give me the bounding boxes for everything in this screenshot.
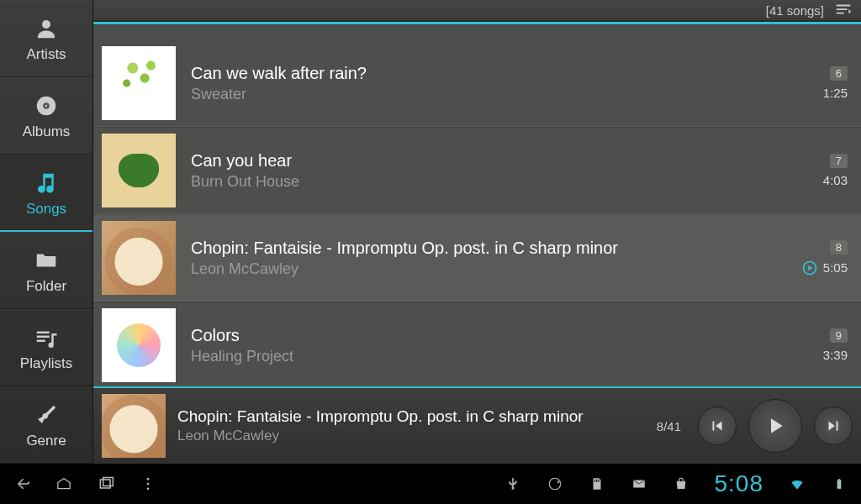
song-count-label: [41 songs] <box>766 3 824 18</box>
song-duration: 5:05 <box>823 260 848 275</box>
album-art <box>102 221 176 295</box>
playlist-icon <box>32 323 61 352</box>
song-duration: 4:03 <box>823 173 848 187</box>
song-artist: Sweater <box>191 86 808 103</box>
song-artist: Healing Project <box>191 348 808 365</box>
list-item[interactable] <box>93 24 861 39</box>
song-artist: Leon McCawley <box>191 260 786 278</box>
sidebar-item-artists[interactable]: Artists <box>0 0 92 77</box>
svg-rect-13 <box>598 480 599 482</box>
track-number-badge: 9 <box>830 328 848 343</box>
list-item[interactable]: Can we walk after rain? Sweater 6 1:25 <box>93 39 861 127</box>
play-icon <box>763 413 788 438</box>
svg-rect-6 <box>103 478 114 486</box>
previous-button[interactable] <box>698 407 737 445</box>
system-navbar: 5:08 <box>0 464 861 504</box>
battery-charging-icon <box>831 475 848 492</box>
store-icon <box>673 475 689 492</box>
status-clock: 5:08 <box>715 470 764 497</box>
wifi-icon <box>789 475 806 492</box>
list-topbar: [41 songs] <box>93 0 861 22</box>
usb-icon <box>504 475 521 492</box>
list-item[interactable]: Chopin: Fantaisie - Impromptu Op. post. … <box>93 214 861 302</box>
person-icon <box>32 14 61 43</box>
list-item[interactable]: Colors Healing Project 9 3:39 <box>93 302 861 386</box>
list-item[interactable]: Can you hear Burn Out House 7 4:03 <box>93 127 861 214</box>
sidebar-item-songs[interactable]: Songs <box>0 155 92 232</box>
svg-point-10 <box>549 478 561 490</box>
svg-rect-16 <box>838 479 840 480</box>
guitar-icon <box>32 401 61 429</box>
mail-icon <box>631 475 647 492</box>
track-number-badge: 7 <box>830 154 848 168</box>
sidebar-item-label: Playlists <box>20 355 72 372</box>
home-button[interactable] <box>55 475 72 492</box>
menu-lines-icon <box>834 1 853 19</box>
song-title: Can you hear <box>191 151 808 171</box>
sidebar-item-genre[interactable]: Genre <box>0 386 92 464</box>
svg-rect-5 <box>100 480 110 488</box>
song-list[interactable]: Can we walk after rain? Sweater 6 1:25 C… <box>93 24 861 386</box>
track-number-badge: 8 <box>830 240 848 255</box>
svg-point-3 <box>45 105 48 108</box>
song-duration: 1:25 <box>823 86 848 100</box>
sort-menu-button[interactable] <box>832 2 854 18</box>
sd-card-icon <box>589 475 605 492</box>
song-title: Chopin: Fantaisie - Impromptu Op. post. … <box>191 239 786 258</box>
album-art <box>102 134 176 207</box>
track-number-badge: 6 <box>830 66 848 81</box>
now-playing-artist: Leon McCawley <box>177 428 640 444</box>
song-artist: Burn Out House <box>191 173 808 191</box>
song-duration: 3:39 <box>823 348 848 362</box>
overflow-menu-button[interactable] <box>140 475 156 492</box>
sidebar-item-label: Albums <box>23 123 71 140</box>
sidebar-item-label: Artists <box>26 46 66 63</box>
svg-point-0 <box>42 20 50 29</box>
svg-point-8 <box>147 483 150 486</box>
svg-rect-12 <box>596 480 597 482</box>
svg-point-9 <box>147 488 150 491</box>
sidebar: Artists Albums Songs Folder Playlists <box>0 0 93 464</box>
now-playing-icon <box>801 260 818 276</box>
svg-point-7 <box>147 478 150 480</box>
now-playing-title: Chopin: Fantaisie - Impromptu Op. post. … <box>177 407 640 426</box>
main-content: [41 songs] Can we walk after rain? Sweat… <box>93 0 861 464</box>
sidebar-item-label: Songs <box>26 201 66 218</box>
sidebar-item-label: Folder <box>26 278 66 295</box>
now-playing-bar[interactable]: Chopin: Fantaisie - Impromptu Op. post. … <box>93 386 861 464</box>
sidebar-item-albums[interactable]: Albums <box>0 77 92 155</box>
back-button[interactable] <box>13 475 30 492</box>
skip-previous-icon <box>708 417 726 435</box>
sidebar-item-label: Genre <box>26 433 66 449</box>
sync-icon <box>547 475 563 492</box>
svg-rect-11 <box>594 480 595 482</box>
next-button[interactable] <box>814 407 853 445</box>
skip-next-icon <box>824 417 843 435</box>
song-title: Colors <box>191 326 808 345</box>
music-note-icon <box>32 169 61 197</box>
album-art <box>102 308 176 382</box>
play-button[interactable] <box>748 399 802 453</box>
recent-apps-button[interactable] <box>98 475 114 492</box>
queue-position: 8/41 <box>657 419 681 433</box>
now-playing-art <box>102 394 166 458</box>
disc-icon <box>32 92 61 120</box>
song-title: Can we walk after rain? <box>191 64 808 83</box>
sidebar-item-playlists[interactable]: Playlists <box>0 309 92 386</box>
sidebar-item-folder[interactable]: Folder <box>0 232 92 309</box>
album-art <box>102 46 176 120</box>
folder-icon <box>32 246 61 275</box>
